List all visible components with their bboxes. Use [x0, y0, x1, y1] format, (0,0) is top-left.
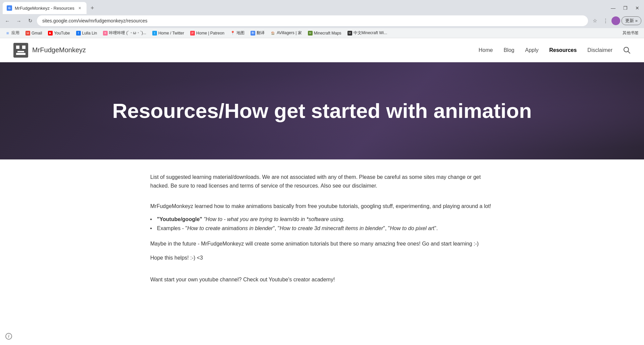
bookmark-lulla-lin[interactable]: f Lulla Lin — [73, 30, 100, 37]
minecraft-maps-icon: M — [308, 31, 313, 36]
bookmark-avillagers[interactable]: 🏠 AVillagers | 家 — [268, 29, 305, 37]
profile-avatar[interactable] — [611, 16, 620, 25]
patreon-icon: P — [190, 31, 195, 36]
learned-paragraph: MrFudgeMonkeyz learned how to make anima… — [150, 202, 494, 211]
more-bookmarks-label: 其他书签 — [623, 30, 639, 36]
tab-close-button[interactable]: × — [77, 5, 83, 11]
bookmark-star-button[interactable]: ☆ — [590, 16, 599, 25]
hope-paragraph: Hope this helps! :-) <3 — [150, 254, 494, 262]
bookmark-maps[interactable]: 📍 地图 — [228, 29, 247, 37]
browser-chrome: G MrFudgeMonkeyz - Resources × + — ❐ ✕ ←… — [0, 0, 644, 38]
site-navigation: MrFudgeMonkeyz Home Blog Apply Resources… — [0, 38, 644, 62]
bullet-list: "Youtube/google" "How to - what you are … — [150, 215, 494, 233]
bookmark-youtube-label: YouTube — [54, 31, 70, 36]
close-button[interactable]: ✕ — [633, 4, 641, 12]
bookmark-twitter-label: Home / Twitter — [158, 31, 184, 36]
bookmark-apps-label: 应用 — [11, 30, 19, 36]
bookmark-gmail-label: Gmail — [32, 31, 42, 36]
nav-resources[interactable]: Resources — [549, 47, 577, 53]
bullet2-end: ", " — [383, 225, 390, 231]
svg-line-6 — [628, 51, 630, 53]
intro-paragraph: List of suggested learning material/down… — [150, 173, 494, 190]
bullet-item-2: Examples - "How to create animations in … — [150, 224, 494, 233]
search-button[interactable] — [623, 47, 631, 54]
maximize-button[interactable]: ❐ — [621, 4, 629, 12]
svg-rect-1 — [16, 46, 19, 49]
bookmark-lulla-lin-label: Lulla Lin — [82, 31, 97, 36]
svg-rect-2 — [22, 46, 25, 49]
bookmark-bilibili[interactable]: B 咔哩咔哩 (´・ω・`)... — [100, 29, 149, 37]
bullet1-italic: "How to - what you are trying to learn/d… — [202, 216, 345, 222]
bookmark-minecraft-maps-label: Minecraft Maps — [314, 31, 341, 36]
chrome-menu-button[interactable]: ⋮ — [601, 16, 610, 25]
bookmark-patreon-label: Home | Patreon — [196, 31, 224, 36]
bullet2-normal: Examples - " — [157, 225, 187, 231]
bullet-item-1: "Youtube/google" "How to - what you are … — [150, 215, 494, 224]
tab-title: MrFudgeMonkeyz - Resources — [15, 6, 74, 11]
new-tab-button[interactable]: + — [88, 3, 97, 13]
bullet1-bold: "Youtube/google" — [157, 216, 202, 222]
avillagers-icon: 🏠 — [271, 31, 275, 36]
maybe-paragraph: Maybe in the future - MrFudgeMonkeyz wil… — [150, 239, 494, 248]
bookmark-translate-label: 翻译 — [257, 30, 265, 36]
hero-banner: Resources/How get started with animation — [0, 62, 644, 159]
bookmark-chinese-minecraft-label: 中文Minecraft Wi... — [354, 30, 387, 36]
twitter-icon: t — [152, 31, 157, 36]
bookmark-chinese-minecraft[interactable]: M 中文Minecraft Wi... — [345, 29, 390, 37]
chinese-minecraft-icon: M — [347, 31, 352, 36]
facebook-icon: f — [76, 31, 81, 36]
bookmark-translate[interactable]: 翻 翻译 — [248, 29, 267, 37]
translate-icon: 翻 — [251, 31, 255, 36]
youtube-paragraph: Want start your own youtube channel? Che… — [150, 275, 494, 284]
youtube-icon: ▶ — [48, 31, 53, 36]
bookmark-youtube[interactable]: ▶ YouTube — [45, 30, 72, 37]
bookmark-patreon[interactable]: P Home | Patreon — [187, 30, 227, 37]
toolbar-icons: ☆ ⋮ 更新 » — [590, 16, 641, 25]
update-button[interactable]: 更新 » — [622, 16, 641, 25]
svg-rect-0 — [13, 43, 28, 58]
title-bar: G MrFudgeMonkeyz - Resources × + — ❐ ✕ — [0, 0, 644, 14]
site-logo-text: MrFudgeMonkeyz — [32, 46, 86, 54]
nav-disclaimer[interactable]: Disclaimer — [587, 47, 612, 53]
logo-image — [13, 43, 28, 58]
bookmark-maps-label: 地图 — [236, 30, 245, 36]
svg-rect-3 — [17, 51, 24, 52]
address-bar-row: ← → ↻ ☆ ⋮ 更新 » — [0, 14, 644, 28]
bookmark-avillagers-label: AVillagers | 家 — [277, 30, 302, 36]
bookmarks-bar: ⊞ 应用 M Gmail ▶ YouTube f Lulla Lin B 咔哩咔… — [0, 28, 644, 38]
bilibili-icon: B — [103, 31, 108, 36]
website: MrFudgeMonkeyz Home Blog Apply Resources… — [0, 38, 644, 297]
refresh-button[interactable]: ↻ — [25, 16, 35, 25]
bookmark-apps[interactable]: ⊞ 应用 — [3, 29, 22, 37]
bookmark-twitter[interactable]: t Home / Twitter — [150, 30, 187, 37]
nav-home[interactable]: Home — [479, 47, 493, 53]
back-button[interactable]: ← — [3, 16, 12, 25]
tab-favicon: G — [7, 5, 12, 11]
bullet2-italic3: How to do pixel ar — [390, 225, 433, 231]
nav-apply[interactable]: Apply — [525, 47, 538, 53]
bookmark-gmail[interactable]: M Gmail — [23, 30, 45, 37]
active-tab[interactable]: G MrFudgeMonkeyz - Resources × — [3, 2, 87, 14]
gmail-icon: M — [25, 31, 30, 36]
bullet2-italic1: How to create animations in blender — [187, 225, 273, 231]
maps-icon: 📍 — [230, 31, 235, 36]
window-controls: — ❐ ✕ — [609, 4, 641, 12]
bullet2-final: t". — [433, 225, 438, 231]
minimize-button[interactable]: — — [609, 4, 617, 12]
svg-rect-4 — [16, 53, 25, 55]
apps-icon: ⊞ — [5, 31, 10, 36]
address-bar[interactable] — [37, 15, 588, 26]
bullet2-italic2: How to create 3d minecraft items in blen… — [280, 225, 383, 231]
main-content: List of suggested learning material/down… — [134, 159, 510, 297]
site-logo[interactable]: MrFudgeMonkeyz — [13, 43, 86, 58]
site-nav-links: Home Blog Apply Resources Disclaimer — [479, 47, 631, 54]
bookmark-more[interactable]: 其他书签 — [620, 29, 641, 37]
nav-blog[interactable]: Blog — [503, 47, 514, 53]
hero-title: Resources/How get started with animation — [92, 99, 552, 122]
forward-button[interactable]: → — [14, 16, 23, 25]
bullet2-middle: ", " — [273, 225, 279, 231]
bookmark-minecraft-maps[interactable]: M Minecraft Maps — [305, 30, 344, 37]
bookmark-bilibili-label: 咔哩咔哩 (´・ω・`)... — [109, 30, 146, 36]
